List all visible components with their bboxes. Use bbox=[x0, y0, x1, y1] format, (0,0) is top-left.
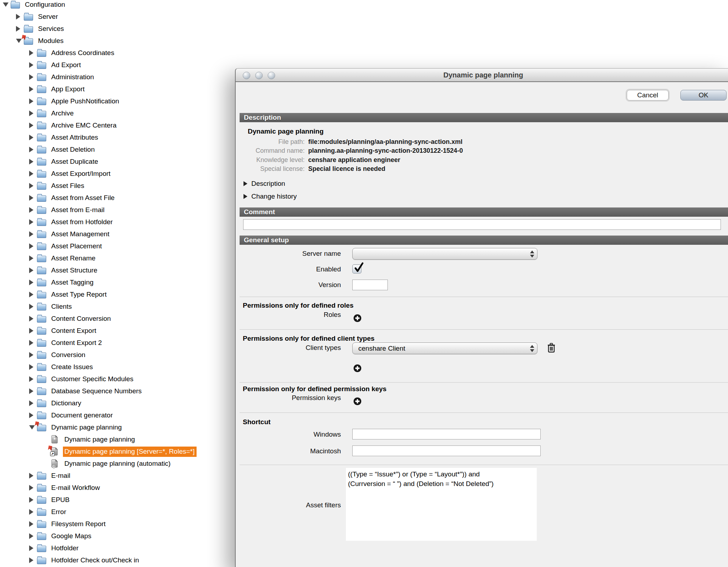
tree-item-label[interactable]: Dynamic page planning (automatic) bbox=[63, 459, 173, 469]
tree-item[interactable]: Asset Structure bbox=[0, 264, 235, 276]
tree-item-label[interactable]: Server bbox=[37, 12, 60, 22]
tree-item-label[interactable]: Asset Files bbox=[50, 181, 86, 191]
disclosure-triangle-icon[interactable] bbox=[29, 74, 33, 80]
tree-item-label[interactable]: Asset Placement bbox=[50, 241, 104, 252]
delete-client-type-button[interactable] bbox=[547, 343, 556, 353]
client-types-select[interactable]: censhare Client bbox=[352, 342, 537, 354]
tree-item[interactable]: Create Issues bbox=[0, 361, 235, 373]
disclosure-triangle-icon[interactable] bbox=[29, 147, 33, 152]
comment-input[interactable] bbox=[243, 219, 721, 230]
tree-item-label[interactable]: Configuration bbox=[23, 0, 67, 10]
tree-item[interactable]: EPUB bbox=[0, 494, 235, 506]
tree-item[interactable]: Configuration bbox=[0, 0, 235, 11]
tree-item[interactable]: E-mail Workflow bbox=[0, 482, 235, 494]
tree-item[interactable]: Asset Tagging bbox=[0, 276, 235, 288]
server-name-select[interactable] bbox=[352, 248, 537, 260]
disclosure-triangle-icon[interactable] bbox=[29, 425, 35, 430]
disclosure-triangle-icon[interactable] bbox=[29, 183, 33, 189]
tree-item[interactable]: Address Coordinates bbox=[0, 47, 235, 59]
tree-item-label[interactable]: Asset Attributes bbox=[50, 133, 100, 143]
tree-item-label[interactable]: Archive EMC Centera bbox=[50, 120, 119, 131]
disclosure-triangle-icon[interactable] bbox=[29, 243, 33, 249]
tree-item-label[interactable]: Hotfolder bbox=[50, 543, 81, 554]
tree-item[interactable]: Clients bbox=[0, 301, 235, 313]
disclosure-triangle-icon[interactable] bbox=[16, 26, 20, 32]
tree-item-label[interactable]: E-mail Workflow bbox=[50, 483, 102, 493]
disclosure-triangle-icon[interactable] bbox=[29, 135, 33, 140]
tree-item-label[interactable]: Asset Duplicate bbox=[50, 157, 100, 167]
disclosure-triangle-icon[interactable] bbox=[29, 316, 33, 322]
disclosure-triangle-icon[interactable] bbox=[29, 280, 33, 285]
disclosure-triangle-icon[interactable] bbox=[29, 400, 33, 406]
tree-item-label[interactable]: Asset Rename bbox=[50, 253, 98, 264]
tree-item[interactable]: Asset Duplicate bbox=[0, 156, 235, 168]
tree-item[interactable]: Asset Files bbox=[0, 180, 235, 192]
tree-item[interactable]: Content Export 2 bbox=[0, 337, 235, 349]
tree-item-label[interactable]: Dynamic page planning bbox=[63, 434, 137, 445]
disclosure-triangle-icon[interactable] bbox=[29, 123, 33, 128]
tree-item-label[interactable]: Modules bbox=[37, 36, 66, 46]
tree-item-label[interactable]: Google Maps bbox=[50, 531, 93, 541]
tree-item[interactable]: Database Sequence Numbers bbox=[0, 385, 235, 397]
cancel-button[interactable]: Cancel bbox=[627, 90, 669, 101]
disclosure-triangle-icon[interactable] bbox=[29, 388, 33, 394]
tree-item-label[interactable]: Filesystem Report bbox=[50, 519, 108, 529]
tree-item[interactable]: Asset from E-mail bbox=[0, 204, 235, 216]
disclosure-triangle-icon[interactable] bbox=[29, 557, 33, 563]
windows-shortcut-input[interactable] bbox=[352, 429, 541, 439]
tree-item[interactable]: Hotfolder bbox=[0, 542, 235, 554]
disclosure-triangle-icon[interactable] bbox=[29, 268, 33, 273]
version-input[interactable] bbox=[352, 280, 388, 290]
tree-item-label[interactable]: Clients bbox=[50, 302, 74, 312]
disclosure-triangle-icon[interactable] bbox=[29, 195, 33, 201]
tree-item[interactable]: E-mail bbox=[0, 470, 235, 482]
tree-item[interactable]: Document generator bbox=[0, 409, 235, 421]
disclosure-triangle-icon[interactable] bbox=[29, 412, 33, 418]
disclosure-triangle-icon[interactable] bbox=[29, 364, 33, 370]
tree-item-label[interactable]: Dictionary bbox=[50, 398, 83, 409]
tree-item-label[interactable]: Address Coordinates bbox=[50, 48, 116, 58]
tree-item[interactable]: Asset Attributes bbox=[0, 131, 235, 144]
disclosure-triangle-icon[interactable] bbox=[29, 545, 33, 551]
macintosh-shortcut-input[interactable] bbox=[352, 446, 541, 456]
disclosure-triangle-icon[interactable] bbox=[29, 533, 33, 539]
tree-item-label[interactable]: Dynamic page planning [Server=*, Roles=*… bbox=[63, 447, 197, 457]
tree-item[interactable]: Conversion bbox=[0, 349, 235, 361]
add-role-button[interactable] bbox=[353, 314, 362, 322]
tree-item-label[interactable]: Error bbox=[50, 507, 68, 517]
tree-item[interactable]: Google Maps bbox=[0, 530, 235, 542]
tree-item[interactable]: ✶Dynamic page planning bbox=[0, 433, 235, 446]
tree-item[interactable]: Asset Management bbox=[0, 228, 235, 240]
disclosure-triangle-icon[interactable] bbox=[29, 352, 33, 358]
tree-item-label[interactable]: Dynamic page planning bbox=[50, 422, 124, 433]
disclosure-triangle-icon[interactable] bbox=[16, 39, 22, 43]
tree-item[interactable]: Archive bbox=[0, 107, 235, 119]
tree-item[interactable]: Server bbox=[0, 11, 235, 23]
disclosure-triangle-icon[interactable] bbox=[29, 376, 33, 382]
disclosure-triangle-icon[interactable] bbox=[29, 292, 33, 297]
tree-item[interactable]: Apple PushNotification bbox=[0, 95, 235, 107]
tree-item-label[interactable]: App Export bbox=[50, 84, 87, 94]
tree-item[interactable]: Archive EMC Centera bbox=[0, 119, 235, 131]
tree-item[interactable]: Services bbox=[0, 23, 235, 35]
disclosure-triangle-icon[interactable] bbox=[29, 98, 33, 104]
tree-item-label[interactable]: Customer Specific Modules bbox=[50, 374, 135, 384]
tree-item[interactable]: Asset from Asset File bbox=[0, 192, 235, 204]
disclosure-triangle-icon[interactable] bbox=[29, 50, 33, 56]
disclosure-triangle-icon[interactable] bbox=[29, 219, 33, 225]
tree-item-label[interactable]: Create Issues bbox=[50, 362, 95, 372]
tree-item[interactable]: Administration bbox=[0, 71, 235, 83]
tree-item[interactable]: Asset Type Report bbox=[0, 288, 235, 301]
tree-item-label[interactable]: Asset Structure bbox=[50, 265, 100, 276]
disclosure-triangle-icon[interactable] bbox=[29, 497, 33, 503]
asset-filters-textarea[interactable]: ((Type = “Issue*”) or (Type = “Layout*”)… bbox=[346, 468, 537, 541]
tree-item-label[interactable]: Conversion bbox=[50, 350, 87, 360]
disclosure-triangle-icon[interactable] bbox=[29, 159, 33, 164]
tree-item[interactable]: Dynamic page planning (automatic) bbox=[0, 458, 235, 470]
disclosure-triangle-icon[interactable] bbox=[29, 171, 33, 177]
tree-item-label[interactable]: Apple PushNotification bbox=[50, 96, 121, 107]
description-toggle[interactable]: Description bbox=[243, 180, 285, 188]
tree-item[interactable]: Asset Export/Import bbox=[0, 168, 235, 180]
tree-item[interactable]: ↗Dynamic page planning [Server=*, Roles=… bbox=[0, 446, 235, 458]
disclosure-triangle-icon[interactable] bbox=[29, 255, 33, 261]
